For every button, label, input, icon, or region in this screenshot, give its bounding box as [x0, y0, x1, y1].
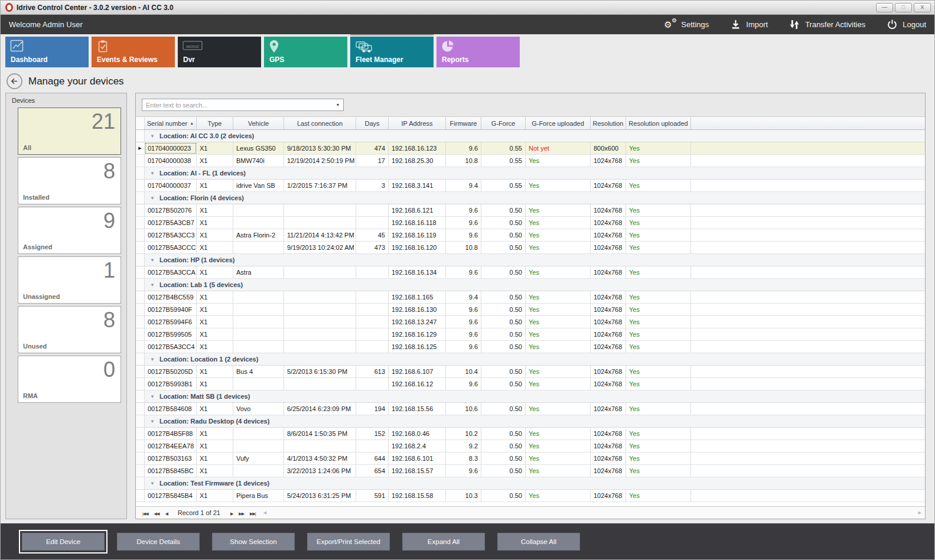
cell-type[interactable]: X1: [197, 180, 233, 191]
cell-fw[interactable]: 9.6: [446, 328, 481, 340]
cell-resu[interactable]: Yes: [626, 217, 691, 229]
cell-gfu[interactable]: Yes: [526, 465, 591, 477]
close-button[interactable]: X: [914, 3, 931, 12]
cell-days[interactable]: [356, 204, 389, 216]
export-print-selected-button[interactable]: Export/Print Selected: [307, 533, 390, 551]
cell-gf[interactable]: 0.50: [481, 366, 526, 377]
cell-gfu[interactable]: Yes: [526, 428, 591, 439]
cell-fw[interactable]: 9.6: [446, 142, 481, 154]
cell-serial[interactable]: 00127B5A3CCC: [145, 242, 197, 253]
cell-gf[interactable]: 0.50: [481, 217, 526, 229]
cell-last[interactable]: [284, 304, 356, 315]
cell-last[interactable]: [284, 291, 356, 303]
cell-serial[interactable]: 00127B4EEA78: [145, 440, 197, 452]
column-header-gfu[interactable]: G-Force uploaded: [526, 117, 591, 129]
table-row[interactable]: 00127B4B5F88X18/6/2014 1:50:35 PM152192.…: [136, 428, 925, 440]
cell-res[interactable]: 1024x768: [591, 403, 626, 415]
column-header-type[interactable]: Type: [197, 117, 233, 129]
cell-vehicle[interactable]: Lexus GS350: [233, 142, 284, 154]
import-button[interactable]: Import: [729, 19, 768, 31]
cell-serial[interactable]: 00127B584608: [145, 403, 197, 415]
cell-fw[interactable]: 9.6: [446, 304, 481, 315]
cell-serial[interactable]: 00127B503163: [145, 452, 197, 464]
cell-type[interactable]: X1: [197, 142, 233, 154]
cell-days[interactable]: 17: [356, 155, 389, 167]
cell-gfu[interactable]: Yes: [526, 304, 591, 315]
table-row[interactable]: 00127B5993B1X1192.168.16.129.60.50Yes102…: [136, 378, 925, 390]
cell-gfu[interactable]: Yes: [526, 341, 591, 353]
cell-serial[interactable]: 00127B5A3CC3: [145, 229, 197, 241]
column-header-last[interactable]: Last connection: [284, 117, 356, 129]
cell-last[interactable]: 9/19/2013 10:24:02 AM: [284, 242, 356, 253]
cell-gf[interactable]: 0.50: [481, 304, 526, 315]
table-row[interactable]: 00127B599505X1192.168.16.1299.60.50Yes10…: [136, 328, 925, 341]
filter-card-rma[interactable]: 0RMA: [18, 356, 121, 403]
column-header-vehicle[interactable]: Vehicle: [233, 117, 284, 129]
pager-next-button[interactable]: ▶: [227, 512, 236, 516]
cell-gf[interactable]: 0.50: [481, 266, 526, 278]
column-header-fw[interactable]: Firmware: [446, 117, 481, 129]
cell-gfu[interactable]: Yes: [526, 291, 591, 303]
edit-device-button[interactable]: Edit Device: [22, 533, 105, 551]
cell-res[interactable]: 1024x768: [591, 328, 626, 340]
column-header-ip[interactable]: IP Address: [389, 117, 446, 129]
cell-resu[interactable]: Yes: [626, 316, 691, 328]
cell-ip[interactable]: 192.168.6.107: [389, 366, 446, 377]
cell-last[interactable]: [284, 204, 356, 216]
group-row[interactable]: ▼Location: Al - FL (1 devices): [136, 167, 925, 180]
cell-ip[interactable]: 192.168.16.123: [389, 142, 446, 154]
device-details-button[interactable]: Device Details: [117, 533, 200, 551]
cell-fw[interactable]: 10.6: [446, 403, 481, 415]
cell-res[interactable]: 1024x768: [591, 341, 626, 353]
cell-last[interactable]: [284, 341, 356, 353]
cell-resu[interactable]: Yes: [626, 403, 691, 415]
cell-type[interactable]: X1: [197, 291, 233, 303]
cell-gf[interactable]: 0.50: [481, 328, 526, 340]
cell-vehicle[interactable]: Astra Florin-2: [233, 229, 284, 241]
table-row[interactable]: 00127B5845BCX13/22/2013 1:24:06 PM654192…: [136, 465, 925, 477]
cell-days[interactable]: 613: [356, 366, 389, 377]
maximize-button[interactable]: □: [895, 3, 912, 12]
cell-type[interactable]: X1: [197, 440, 233, 452]
tab-events-reviews[interactable]: Events & Reviews: [92, 37, 175, 67]
cell-days[interactable]: [356, 291, 389, 303]
cell-res[interactable]: 1024x768: [591, 428, 626, 439]
cell-res[interactable]: 1024x768: [591, 291, 626, 303]
cell-type[interactable]: X1: [197, 316, 233, 328]
group-row[interactable]: ▼Location: Al CC 3.0 (2 devices): [136, 130, 925, 142]
cell-vehicle[interactable]: Vufy: [233, 452, 284, 464]
cell-res[interactable]: 1024x768: [591, 440, 626, 452]
filter-card-all[interactable]: 21All: [18, 108, 121, 155]
cell-res[interactable]: 1024x768: [591, 490, 626, 502]
cell-last[interactable]: 6/25/2014 6:23:09 PM: [284, 403, 356, 415]
cell-gfu[interactable]: Yes: [526, 366, 591, 377]
cell-days[interactable]: 45: [356, 229, 389, 241]
cell-resu[interactable]: Yes: [626, 440, 691, 452]
cell-type[interactable]: X1: [197, 341, 233, 353]
cell-gf[interactable]: 0.50: [481, 242, 526, 253]
filter-card-assigned[interactable]: 9Assigned: [18, 207, 121, 254]
column-header-resu[interactable]: Resolution uploaded: [626, 117, 691, 129]
cell-res[interactable]: 800x600: [591, 142, 626, 154]
cell-gfu[interactable]: Yes: [526, 217, 591, 229]
horizontal-scrollbar[interactable]: ◀ ▶: [260, 510, 925, 515]
cell-last[interactable]: 9/18/2013 5:30:30 PM: [284, 142, 356, 154]
cell-last[interactable]: [284, 316, 356, 328]
table-row[interactable]: 00127B5A3CB7X1192.168.16.1189.60.50Yes10…: [136, 217, 925, 229]
cell-vehicle[interactable]: [233, 440, 284, 452]
group-row[interactable]: ▼Location: Location 1 (2 devices): [136, 353, 925, 366]
cell-resu[interactable]: Yes: [626, 155, 691, 167]
table-row[interactable]: ▶017040000023X1Lexus GS3509/18/2013 5:30…: [136, 142, 925, 155]
table-row[interactable]: 00127B50205DX1Bus 45/2/2013 6:15:30 PM61…: [136, 366, 925, 378]
cell-type[interactable]: X1: [197, 378, 233, 390]
chevron-down-icon[interactable]: ▼: [333, 99, 343, 110]
collapse-all-button[interactable]: Collapse All: [497, 533, 580, 551]
cell-serial[interactable]: 00127B4B5F88: [145, 428, 197, 439]
pager-prev-button[interactable]: ◀: [162, 512, 170, 516]
cell-vehicle[interactable]: [233, 428, 284, 439]
cell-type[interactable]: X1: [197, 328, 233, 340]
cell-ip[interactable]: 192.168.16.129: [389, 328, 446, 340]
cell-res[interactable]: 1024x768: [591, 378, 626, 390]
cell-type[interactable]: X1: [197, 452, 233, 464]
cell-vehicle[interactable]: Astra: [233, 266, 284, 278]
